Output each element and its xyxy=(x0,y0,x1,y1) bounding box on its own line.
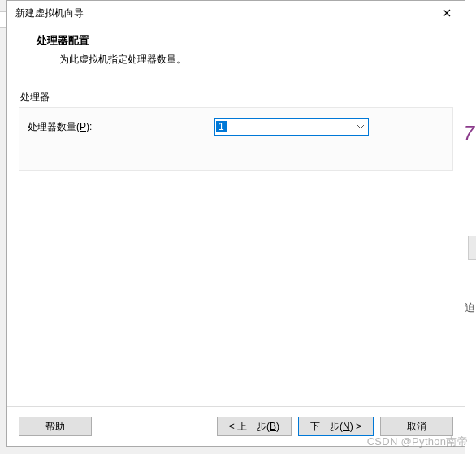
processor-count-row: 处理器数量(P): 1 xyxy=(28,118,444,136)
button-label: 帮助 xyxy=(45,420,65,434)
background-fragment-left xyxy=(0,11,6,28)
label-text: 处理器数量( xyxy=(28,121,80,132)
background-fragment-right: 7 迫 xyxy=(465,0,476,454)
content-area: 处理器 处理器数量(P): 1 xyxy=(7,80,465,406)
wizard-dialog: 新建虚拟机向导 处理器配置 为此虚拟机指定处理器数量。 处理器 处理器数量(P)… xyxy=(6,0,465,447)
background-glyph xyxy=(468,236,476,260)
processor-count-label: 处理器数量(P): xyxy=(28,120,214,134)
close-button[interactable] xyxy=(428,1,465,25)
label-text: ): xyxy=(86,121,92,132)
label-hotkey: P xyxy=(80,121,86,132)
next-button[interactable]: 下一步(N) > xyxy=(298,417,374,436)
button-label: 取消 xyxy=(407,420,426,434)
background-glyph: 迫 xyxy=(465,301,475,315)
wizard-footer: 帮助 < 上一步(B) 下一步(N) > 取消 xyxy=(7,406,465,446)
combo-value-wrap: 1 xyxy=(215,121,353,132)
wizard-header: 处理器配置 为此虚拟机指定处理器数量。 xyxy=(7,25,465,80)
button-label: < 上一步(B) xyxy=(229,420,279,434)
processor-group: 处理器数量(P): 1 xyxy=(19,107,453,171)
back-button[interactable]: < 上一步(B) xyxy=(217,417,292,436)
chevron-down-icon xyxy=(353,119,368,135)
group-label: 处理器 xyxy=(19,90,453,104)
page-title: 处理器配置 xyxy=(37,33,445,48)
cancel-button[interactable]: 取消 xyxy=(380,417,453,436)
help-button[interactable]: 帮助 xyxy=(19,417,92,436)
page-subtitle: 为此虚拟机指定处理器数量。 xyxy=(37,53,445,67)
combo-value: 1 xyxy=(216,121,227,132)
titlebar: 新建虚拟机向导 xyxy=(7,1,465,25)
window-title: 新建虚拟机向导 xyxy=(15,6,428,20)
button-label: 下一步(N) > xyxy=(310,420,361,434)
close-icon xyxy=(443,9,451,17)
processor-count-combo[interactable]: 1 xyxy=(214,118,369,136)
